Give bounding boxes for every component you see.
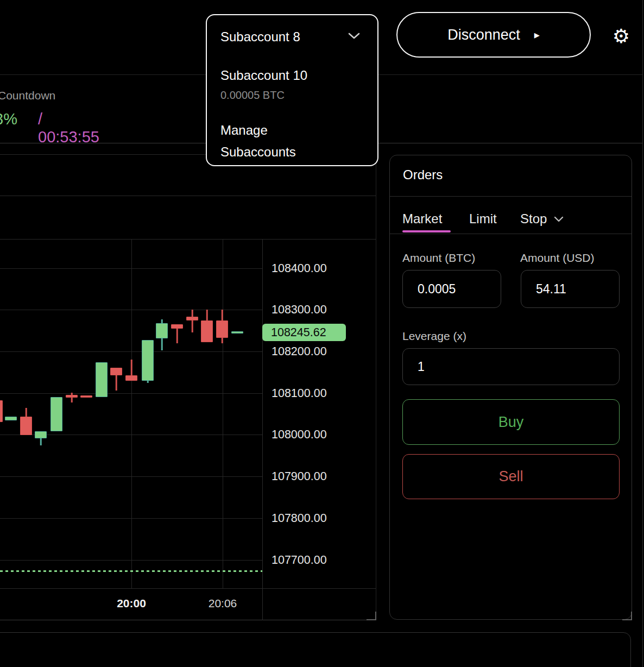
disconnect-button[interactable]: Disconnect ▸	[396, 12, 591, 58]
amount-btc-input[interactable]	[402, 270, 501, 308]
tab-market[interactable]: Market	[402, 211, 442, 226]
candle-body	[0, 400, 3, 421]
price-tick-label: 108000.00	[272, 428, 327, 442]
chart-panel-row-divider-2	[0, 196, 376, 196]
subaccount-balance: 0.00005 BTC	[220, 89, 367, 102]
candle-body	[35, 431, 47, 438]
candle-body	[156, 323, 168, 338]
leverage-input[interactable]	[402, 348, 620, 385]
horizontal-gridline	[0, 351, 262, 352]
leverage-label: Leverage (x)	[402, 330, 466, 343]
orders-resize-handle[interactable]	[622, 612, 632, 620]
orders-title-divider	[390, 196, 632, 197]
candle-body	[216, 320, 228, 338]
candle-body	[171, 324, 183, 329]
candle-up	[142, 340, 154, 383]
menu-item-subaccount-10[interactable]: Subaccount 10 0.00005 BTC	[220, 68, 367, 102]
chart-resize-handle[interactable]	[367, 612, 376, 620]
horizontal-gridline	[0, 268, 262, 269]
countdown-label: Countdown	[0, 89, 55, 102]
candle-body	[231, 331, 243, 334]
price-tick-label: 108100.00	[272, 386, 327, 400]
chevron-down-icon	[348, 33, 360, 40]
amount-usd-label: Amount (USD)	[520, 251, 595, 265]
candle-up	[156, 319, 168, 350]
candle-down	[125, 360, 137, 381]
horizontal-gridline	[0, 476, 262, 477]
active-tab-underline	[402, 230, 451, 232]
time-axis-label: 20:00	[117, 597, 146, 610]
candle-body	[110, 368, 122, 376]
last-price-badge: 108245.62	[262, 324, 346, 341]
candle-up	[50, 397, 62, 431]
candle-down	[66, 393, 78, 402]
horizontal-gridline	[0, 560, 262, 561]
candle-up	[96, 362, 108, 397]
candle-body	[5, 417, 17, 420]
window-right-edge	[642, 0, 643, 667]
candle-down	[80, 395, 92, 398]
candle-up	[5, 417, 17, 420]
horizontal-gridline	[0, 518, 262, 519]
candle-down	[110, 368, 122, 391]
tab-stop[interactable]: Stop	[520, 211, 564, 226]
candlestick-chart[interactable]	[0, 239, 262, 588]
price-tick-label: 108300.00	[272, 303, 327, 317]
price-tick-label: 107700.00	[272, 553, 327, 567]
candle-down	[0, 400, 3, 421]
candle-down	[216, 310, 228, 343]
price-tick-label: 108200.00	[272, 345, 327, 358]
price-axis[interactable]: 108400.00108300.00108200.00108100.001080…	[262, 239, 376, 588]
horizontal-gridline	[0, 393, 262, 394]
price-tick-label: 108400.00	[272, 261, 327, 275]
candle-body	[50, 397, 62, 431]
last-price-line	[0, 570, 262, 572]
candle-up	[35, 431, 47, 445]
subaccount-selected-label: Subaccount 8	[220, 29, 300, 45]
caret-right-icon: ▸	[534, 29, 540, 40]
orders-tabs-divider	[390, 234, 632, 234]
candle-up	[231, 331, 243, 333]
orders-title: Orders	[403, 167, 443, 183]
chevron-down-icon	[554, 216, 564, 222]
candle-body	[96, 362, 108, 397]
chart-panel-right-border	[376, 143, 376, 620]
vertical-gridline	[131, 239, 132, 588]
chart-time-axis-border	[0, 588, 376, 589]
orders-panel: Orders Market Limit Stop Amount (BTC) Am…	[389, 155, 632, 620]
subaccount-dropdown: Subaccount 8 Subaccount 10 0.00005 BTC M…	[206, 14, 378, 166]
tab-limit[interactable]: Limit	[469, 211, 497, 226]
candle-body	[201, 320, 213, 342]
candle-body	[66, 395, 78, 398]
subaccount-selector[interactable]: Subaccount 8	[207, 15, 377, 54]
countdown-percent: 3%	[0, 110, 17, 128]
gear-icon[interactable]: ⚙	[609, 24, 633, 48]
price-tick-label: 107800.00	[272, 511, 327, 525]
buy-button[interactable]: Buy	[402, 399, 620, 445]
candle-wick	[192, 310, 193, 332]
vertical-gridline	[223, 239, 223, 588]
candle-down	[171, 324, 183, 343]
candle-down	[186, 310, 198, 332]
sell-button[interactable]: Sell	[402, 454, 620, 499]
candle-body	[80, 395, 92, 398]
time-axis-label: 20:06	[209, 597, 237, 610]
candle-body	[186, 317, 198, 320]
candle-body	[142, 340, 154, 381]
candle-down	[201, 310, 213, 342]
chart-panel-bottom-border	[0, 620, 376, 620]
amount-usd-input[interactable]	[521, 270, 620, 308]
candle-body	[125, 375, 137, 381]
candle-down	[20, 408, 32, 435]
candle-body	[20, 417, 32, 436]
bottom-panel	[0, 632, 631, 667]
disconnect-label: Disconnect	[447, 27, 520, 43]
amount-btc-label: Amount (BTC)	[402, 251, 475, 265]
price-tick-label: 107900.00	[272, 470, 327, 483]
countdown-time: / 00:53:55	[38, 110, 99, 146]
menu-item-manage-subaccounts[interactable]: Manage Subaccounts	[220, 119, 329, 163]
